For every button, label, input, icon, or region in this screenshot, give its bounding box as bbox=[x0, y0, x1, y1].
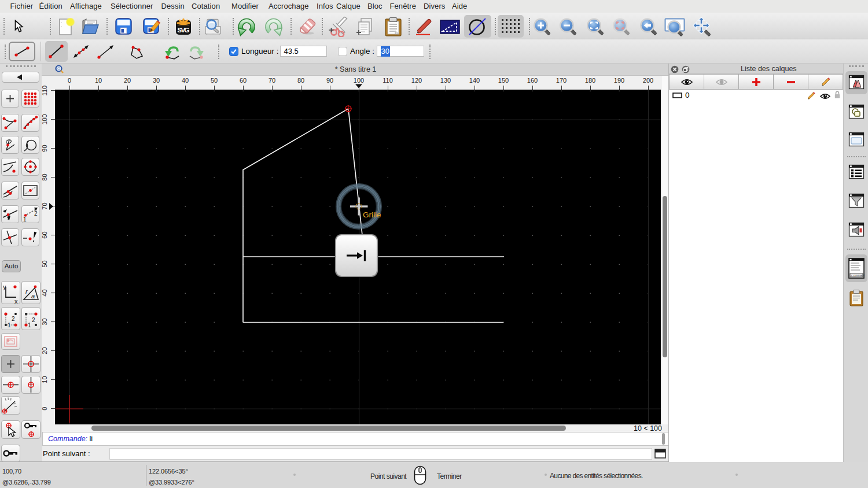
svg-text:190: 190 bbox=[614, 77, 624, 84]
svg-text:80: 80 bbox=[297, 77, 304, 84]
svg-text:130: 130 bbox=[440, 77, 451, 84]
svg-text:120: 120 bbox=[411, 77, 422, 84]
svg-text:30: 30 bbox=[153, 77, 160, 84]
svg-text:70: 70 bbox=[269, 77, 275, 84]
svg-text:Grille: Grille bbox=[363, 210, 381, 219]
svg-text:140: 140 bbox=[469, 77, 480, 84]
svg-text:90: 90 bbox=[42, 145, 48, 151]
svg-text:110: 110 bbox=[382, 77, 393, 84]
svg-text:c command: c command bbox=[851, 274, 865, 277]
svg-text:40: 40 bbox=[182, 77, 189, 84]
svg-text:10: 10 bbox=[42, 376, 48, 383]
svg-text:80: 80 bbox=[42, 173, 48, 180]
svg-text:110: 110 bbox=[42, 86, 48, 96]
svg-text:10: 10 bbox=[95, 77, 102, 84]
svg-text:a: a bbox=[31, 293, 35, 300]
svg-text:r: r bbox=[25, 288, 28, 295]
svg-text:2: 2 bbox=[12, 316, 15, 322]
svg-text:1: 1 bbox=[28, 322, 31, 328]
svg-text:90: 90 bbox=[326, 77, 333, 84]
svg-text:2: 2 bbox=[34, 210, 38, 217]
svg-text:70: 70 bbox=[42, 202, 48, 209]
svg-text:60: 60 bbox=[240, 77, 247, 84]
svg-text:0: 0 bbox=[68, 77, 71, 84]
svg-text:160: 160 bbox=[527, 77, 538, 84]
svg-text:20: 20 bbox=[124, 77, 131, 84]
svg-text:60: 60 bbox=[42, 231, 48, 238]
svg-text:1: 1 bbox=[8, 322, 11, 328]
svg-text:x: x bbox=[14, 298, 18, 304]
svg-text:170: 170 bbox=[556, 77, 567, 84]
svg-text:50: 50 bbox=[211, 77, 218, 84]
svg-text:100: 100 bbox=[354, 77, 364, 84]
svg-text:150: 150 bbox=[498, 77, 509, 84]
svg-text:2: 2 bbox=[32, 317, 35, 323]
svg-text:0: 0 bbox=[42, 407, 48, 411]
svg-text:100: 100 bbox=[42, 114, 48, 124]
svg-text:40: 40 bbox=[42, 289, 48, 296]
svg-text:200: 200 bbox=[643, 77, 653, 84]
svg-text:20: 20 bbox=[42, 347, 48, 354]
svg-text:y: y bbox=[3, 283, 6, 290]
svg-text:1: 1 bbox=[23, 216, 27, 223]
svg-text:50: 50 bbox=[42, 260, 48, 267]
svg-text:30: 30 bbox=[42, 318, 48, 325]
svg-text:180: 180 bbox=[585, 77, 595, 84]
svg-text:SVG: SVG bbox=[178, 27, 190, 34]
